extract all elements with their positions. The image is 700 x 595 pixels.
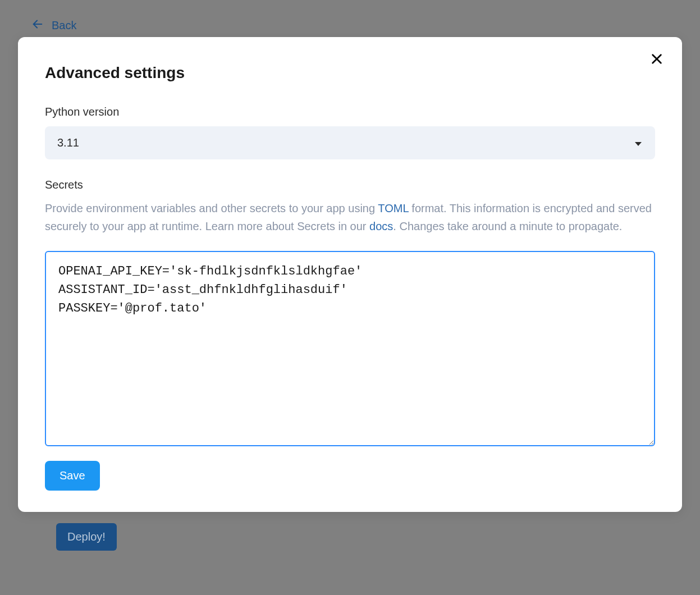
secrets-label: Secrets <box>45 178 655 191</box>
close-icon <box>651 58 663 67</box>
back-label: Back <box>52 19 76 32</box>
back-link[interactable]: Back <box>31 18 76 33</box>
docs-link[interactable]: docs <box>369 220 393 232</box>
secrets-textarea[interactable] <box>45 251 655 446</box>
python-version-label: Python version <box>45 106 655 118</box>
deploy-label: Deploy! <box>67 530 106 543</box>
secrets-desc-text1: Provide environment variables and other … <box>45 202 378 214</box>
toml-link[interactable]: TOML <box>378 202 408 214</box>
arrow-left-icon <box>31 18 44 33</box>
secrets-description: Provide environment variables and other … <box>45 199 655 235</box>
deploy-button[interactable]: Deploy! <box>56 523 117 551</box>
save-label: Save <box>60 469 85 482</box>
python-version-select-wrapper: 3.11 <box>45 126 655 159</box>
modal-title: Advanced settings <box>45 64 655 82</box>
python-version-select[interactable]: 3.11 <box>45 126 655 159</box>
close-button[interactable] <box>648 51 665 69</box>
secrets-desc-text3: . Changes take around a minute to propag… <box>393 220 622 232</box>
advanced-settings-modal: Advanced settings Python version 3.11 Se… <box>18 37 682 512</box>
save-button[interactable]: Save <box>45 461 100 491</box>
python-version-value: 3.11 <box>57 136 79 149</box>
